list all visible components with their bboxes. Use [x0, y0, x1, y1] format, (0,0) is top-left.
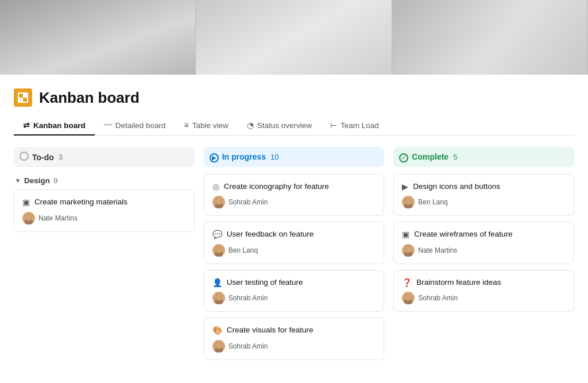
avatar-sohrab-4	[402, 292, 415, 304]
avatar-nate	[22, 212, 35, 225]
card-icon-brainstorm: ❓	[402, 278, 412, 287]
app-icon	[14, 88, 32, 107]
card-assignee-feedback: Ben Lanq	[212, 244, 376, 257]
card-assignee-visuals: Sohrab Amin	[212, 340, 376, 353]
card-icon-wireframes: ▣	[402, 230, 409, 239]
card-title-testing: User testing of feature	[227, 277, 303, 288]
chevron-icon: ▼	[15, 177, 21, 184]
assignee-name-nate: Nate Martins	[38, 214, 78, 222]
group-label: Design	[24, 176, 50, 185]
avatar-sohrab-3	[212, 340, 225, 353]
card-assignee-testing: Sohrab Amin	[212, 292, 376, 304]
tab-table-label: Table view	[192, 121, 229, 130]
card-title-visuals: Create visuals for feature	[227, 325, 314, 335]
detailed-tab-icon: 〰	[104, 121, 112, 130]
tab-teamload[interactable]: ⊢ Team Load	[321, 116, 388, 136]
card-wireframes[interactable]: ▣ Create wireframes of feature Nate Mart…	[393, 222, 574, 264]
avatar-nate-2	[402, 244, 415, 257]
column-inprogress-count: 10	[270, 153, 278, 161]
complete-status-icon: ✓	[399, 152, 408, 163]
tab-table[interactable]: ≡ Table view	[175, 116, 238, 136]
tab-status-label: Status overview	[257, 121, 312, 130]
card-create-visuals[interactable]: 🎨 Create visuals for feature Sohrab Amin	[204, 318, 385, 360]
card-title-row: 💬 User feedback on feature	[212, 229, 376, 239]
assignee-name-sohrab-2: Sohrab Amin	[229, 294, 268, 302]
status-tab-icon: ◔	[247, 121, 254, 130]
tab-status[interactable]: ◔ Status overview	[238, 116, 321, 136]
card-user-feedback[interactable]: 💬 User feedback on feature Ben Lanq	[204, 222, 385, 264]
group-count: 9	[53, 176, 58, 185]
hero-segment-2	[196, 0, 392, 75]
avatar-ben-1	[212, 244, 225, 257]
column-header-todo: To-do 3	[14, 147, 195, 167]
tab-teamload-label: Team Load	[341, 121, 379, 130]
page-title: Kanban board	[39, 89, 140, 107]
assignee-name-sohrab-1: Sohrab Amin	[229, 198, 268, 206]
hero-segment-1	[0, 0, 196, 75]
card-title-row: ◎ Create iconography for feature	[212, 181, 376, 192]
card-icon-iconography: ◎	[212, 182, 219, 191]
assignee-name-ben-1: Ben Lanq	[229, 246, 258, 254]
teamload-tab-icon: ⊢	[330, 121, 337, 130]
avatar-sohrab-2	[212, 292, 225, 304]
card-title-row: 🎨 Create visuals for feature	[212, 325, 376, 335]
tab-detailed[interactable]: 〰 Detailed board	[95, 116, 175, 136]
nav-tabs: ⇄ Kanban board 〰 Detailed board ≡ Table …	[14, 116, 574, 136]
card-title-marketing: Create marketing materials	[34, 197, 127, 207]
card-title-row: ▶ Design icons and buttons	[402, 181, 566, 192]
card-title-row: 👤 User testing of feature	[212, 277, 376, 288]
card-title-iconography: Create iconography for feature	[224, 181, 329, 192]
column-complete: ✓ Complete 5 ▶ Design icons and buttons …	[393, 147, 574, 318]
assignee-name-ben-2: Ben Lanq	[418, 198, 447, 206]
card-assignee-iconography: Sohrab Amin	[212, 196, 376, 208]
tab-kanban[interactable]: ⇄ Kanban board	[14, 116, 95, 136]
card-assignee-wireframes: Nate Martins	[402, 244, 566, 257]
card-icon-marketing: ▣	[22, 198, 30, 207]
column-complete-title: Complete	[412, 152, 448, 161]
card-title-row: ▣ Create wireframes of feature	[402, 229, 566, 239]
column-todo-title: To-do	[32, 153, 54, 162]
inprogress-status-icon: ▶	[210, 152, 219, 163]
card-create-marketing[interactable]: ▣ Create marketing materials Nate Martin…	[14, 189, 195, 232]
card-iconography[interactable]: ◎ Create iconography for feature Sohrab …	[204, 174, 385, 216]
card-title-brainstorm: Brainstorm feature ideas	[416, 277, 501, 288]
card-assignee-marketing: Nate Martins	[22, 212, 186, 225]
card-icon-feedback: 💬	[212, 230, 222, 239]
column-inprogress-title: In progress	[222, 152, 266, 161]
column-complete-count: 5	[453, 153, 457, 161]
column-todo: To-do 3 ▼ Design 9 ▣ Create marketing ma…	[14, 147, 195, 238]
card-icon-testing: 👤	[212, 278, 222, 287]
card-title-row: ▣ Create marketing materials	[22, 197, 186, 207]
card-brainstorm[interactable]: ❓ Brainstorm feature ideas Sohrab Amin	[393, 270, 574, 312]
kanban-tab-icon: ⇄	[23, 121, 30, 130]
card-title-row: ❓ Brainstorm feature ideas	[402, 277, 566, 288]
card-assignee-design-icons: Ben Lanq	[402, 196, 566, 208]
hero-banner	[0, 0, 588, 75]
page-title-row: Kanban board	[14, 88, 574, 107]
table-tab-icon: ≡	[184, 121, 189, 130]
assignee-name-sohrab-3: Sohrab Amin	[229, 342, 268, 350]
card-icon-visuals: 🎨	[212, 326, 222, 335]
tab-kanban-label: Kanban board	[33, 121, 86, 130]
card-title-wireframes: Create wireframes of feature	[414, 229, 512, 239]
column-todo-count: 3	[59, 153, 63, 161]
assignee-name-nate-2: Nate Martins	[418, 246, 457, 254]
todo-status-icon	[20, 152, 29, 163]
card-assignee-brainstorm: Sohrab Amin	[402, 292, 566, 304]
tab-detailed-label: Detailed board	[115, 121, 166, 130]
card-design-icons[interactable]: ▶ Design icons and buttons Ben Lanq	[393, 174, 574, 216]
avatar-sohrab-1	[212, 196, 225, 208]
card-title-design-icons: Design icons and buttons	[413, 181, 500, 192]
column-header-inprogress: ▶ In progress 10	[204, 147, 385, 167]
hero-segment-3	[392, 0, 588, 75]
avatar-ben-2	[402, 196, 415, 208]
card-title-feedback: User feedback on feature	[227, 229, 314, 239]
board-columns: To-do 3 ▼ Design 9 ▣ Create marketing ma…	[14, 147, 574, 366]
card-icon-design-icons: ▶	[402, 182, 408, 191]
column-header-complete: ✓ Complete 5	[393, 147, 574, 167]
column-inprogress: ▶ In progress 10 ◎ Create iconography fo…	[204, 147, 385, 366]
card-user-testing[interactable]: 👤 User testing of feature Sohrab Amin	[204, 270, 385, 312]
group-header-design: ▼ Design 9	[14, 174, 195, 189]
assignee-name-sohrab-4: Sohrab Amin	[418, 294, 458, 302]
